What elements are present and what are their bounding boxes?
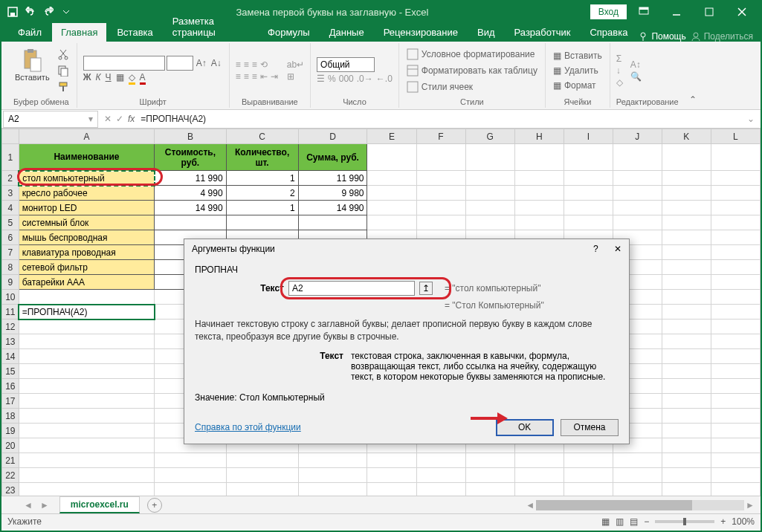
paste-button[interactable]: Вставить	[12, 45, 53, 96]
cancel-button[interactable]: Отмена	[561, 419, 619, 436]
indent-dec-icon[interactable]: ⇤	[260, 71, 268, 82]
col-header[interactable]: G	[465, 129, 514, 144]
col-header[interactable]: E	[367, 129, 416, 144]
col-header[interactable]: L	[711, 129, 760, 144]
tab-data[interactable]: Данные	[320, 23, 373, 42]
sort-filter-icon[interactable]: A↕	[630, 59, 642, 70]
dec-decimal-icon[interactable]: ←.0	[376, 74, 393, 84]
share-button[interactable]: Поделиться	[691, 31, 753, 42]
col-header[interactable]: C	[226, 129, 298, 144]
sheet-tab[interactable]: microexcel.ru	[59, 496, 140, 513]
find-select-icon[interactable]: 🔍	[630, 71, 642, 82]
align-top-icon[interactable]: ≡	[236, 59, 241, 70]
col-header[interactable]: F	[416, 129, 465, 144]
col-header[interactable]: A	[19, 129, 155, 144]
undo-icon[interactable]	[22, 4, 39, 20]
zoom-level[interactable]: 100%	[732, 516, 755, 527]
save-icon[interactable]	[4, 4, 21, 20]
align-left-icon[interactable]: ≡	[236, 71, 241, 82]
fx-icon[interactable]: fx	[128, 114, 135, 124]
accept-formula-icon[interactable]: ✓	[116, 114, 123, 124]
name-box[interactable]: A2▾	[3, 111, 98, 128]
number-format[interactable]	[317, 57, 375, 72]
dialog-close-icon[interactable]: ✕	[614, 244, 621, 254]
percent-icon[interactable]: %	[328, 74, 336, 84]
tab-home[interactable]: Главная	[52, 23, 106, 42]
view-normal-icon[interactable]: ▦	[601, 516, 610, 527]
currency-icon[interactable]: ☰	[317, 74, 325, 84]
row-header[interactable]: 1	[2, 144, 19, 171]
maximize-button[interactable]	[694, 2, 725, 22]
orientation-icon[interactable]: ⟲	[260, 59, 268, 70]
function-help-link[interactable]: Справка по этой функции	[195, 422, 301, 432]
col-header[interactable]: J	[613, 129, 662, 144]
active-cell[interactable]: =ПРОПНАЧ(A2)	[19, 305, 155, 319]
fill-icon[interactable]: ↓	[616, 65, 623, 76]
redo-icon[interactable]	[40, 4, 56, 20]
cell[interactable]: сетевой фильтр	[19, 260, 155, 275]
format-cells[interactable]: ▦ Формат	[552, 79, 604, 92]
prev-sheet-icon[interactable]: ◄	[24, 500, 33, 510]
align-right-icon[interactable]: ≡	[252, 71, 257, 82]
close-button[interactable]	[726, 2, 758, 22]
conditional-formatting[interactable]: Условное форматирование	[405, 47, 539, 62]
col-header[interactable]: K	[662, 129, 711, 144]
expand-formula-bar-icon[interactable]: ⌄	[741, 114, 761, 124]
ribbon-options-icon[interactable]	[628, 2, 659, 22]
zoom-in-icon[interactable]: +	[720, 516, 726, 527]
copy-icon[interactable]	[56, 63, 71, 78]
merge-cells-icon[interactable]: ⊞	[287, 71, 304, 82]
cell[interactable]: стол компьютерный	[19, 171, 155, 186]
increase-font-icon[interactable]: A↑	[195, 56, 208, 71]
cell[interactable]: клавиатура проводная	[19, 245, 155, 260]
tab-file[interactable]: Файл	[9, 23, 51, 42]
next-sheet-icon[interactable]: ►	[40, 500, 49, 510]
underline-button[interactable]: Ч	[106, 72, 112, 85]
cell[interactable]: кресло рабочее	[19, 186, 155, 201]
tab-developer[interactable]: Разработчик	[506, 23, 580, 42]
arg-input[interactable]	[288, 281, 415, 296]
col-header[interactable]: B	[155, 129, 226, 144]
autosum-icon[interactable]: Σ	[616, 53, 623, 64]
tab-formulas[interactable]: Формулы	[259, 23, 319, 42]
font-name[interactable]	[83, 56, 165, 71]
tab-review[interactable]: Рецензирование	[375, 23, 467, 42]
tell-me[interactable]: Помощь	[638, 31, 685, 42]
tab-view[interactable]: Вид	[468, 23, 504, 42]
delete-cells[interactable]: ▦ Удалить	[552, 64, 604, 77]
tab-insert[interactable]: Вставка	[108, 23, 161, 42]
col-header[interactable]: D	[298, 129, 367, 144]
tab-layout[interactable]: Разметка страницы	[164, 12, 257, 42]
dialog-help-icon[interactable]: ?	[593, 244, 598, 254]
view-layout-icon[interactable]: ▥	[616, 516, 624, 527]
wrap-text-icon[interactable]: ab↵	[287, 59, 304, 70]
format-painter-icon[interactable]	[56, 80, 71, 94]
formula-input[interactable]: =ПРОПНАЧ(A2)	[135, 112, 741, 126]
ok-button[interactable]: OK	[496, 419, 554, 436]
col-header[interactable]: H	[514, 129, 564, 144]
qat-dropdown-icon[interactable]	[58, 4, 74, 20]
view-break-icon[interactable]: ▤	[630, 516, 638, 527]
format-as-table[interactable]: Форматировать как таблицу	[405, 63, 539, 78]
clear-icon[interactable]: ◇	[616, 77, 623, 88]
italic-button[interactable]: К	[96, 72, 101, 85]
border-button[interactable]: ▦	[116, 72, 124, 85]
collapse-ribbon-icon[interactable]: ⌃	[685, 43, 701, 108]
col-header[interactable]	[2, 129, 19, 144]
col-header[interactable]: I	[564, 129, 613, 144]
tab-help[interactable]: Справка	[581, 23, 636, 42]
align-middle-icon[interactable]: ≡	[244, 59, 249, 70]
indent-inc-icon[interactable]: ⇥	[271, 71, 278, 82]
font-color-button[interactable]: A	[140, 72, 146, 85]
minimize-button[interactable]	[661, 2, 692, 22]
cell-styles[interactable]: Стили ячеек	[405, 80, 539, 94]
align-center-icon[interactable]: ≡	[244, 71, 249, 82]
login-button[interactable]: Вход	[590, 4, 627, 19]
cancel-formula-icon[interactable]: ✕	[104, 114, 112, 124]
bold-button[interactable]: Ж	[83, 72, 91, 85]
comma-icon[interactable]: 000	[339, 74, 354, 84]
add-sheet-button[interactable]: +	[147, 498, 162, 513]
range-picker-icon[interactable]: ↥	[419, 282, 433, 295]
cell[interactable]: мышь беспроводная	[19, 230, 155, 245]
zoom-out-icon[interactable]: −	[644, 516, 649, 527]
